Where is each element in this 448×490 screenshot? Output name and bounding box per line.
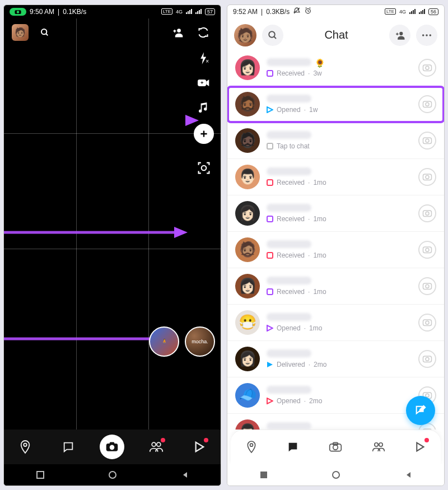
- back-button[interactable]: [403, 469, 414, 480]
- home-button[interactable]: [107, 469, 118, 480]
- home-button[interactable]: [330, 469, 342, 480]
- chat-row[interactable]: 👨🏻Received · 1mo: [227, 159, 444, 195]
- chat-name: [267, 422, 412, 430]
- send-snap-button[interactable]: [418, 95, 436, 113]
- add-friend-button[interactable]: [389, 25, 410, 46]
- chat-row[interactable]: 🧔🏽Received · 1mo: [227, 232, 444, 268]
- lte-icon: LTE: [161, 8, 172, 15]
- nav-spotlight[interactable]: [409, 436, 431, 458]
- chat-avatar[interactable]: 🧔🏾: [235, 92, 260, 116]
- grid-line: [76, 18, 77, 430]
- svg-point-46: [426, 212, 429, 215]
- status-bar: 9:52 AM | 0.3KB/s LTE 4G 56: [227, 5, 444, 18]
- nav-chat[interactable]: [57, 436, 80, 458]
- nav-camera[interactable]: [100, 435, 124, 459]
- send-snap-button[interactable]: [418, 59, 436, 77]
- chat-time: 1w: [309, 106, 318, 114]
- chat-main: Delivered · 2mo: [267, 349, 412, 368]
- chat-avatar[interactable]: 👩🏻: [235, 347, 260, 371]
- streak-emoji: 🌻: [315, 58, 325, 68]
- lens-preview-mocha[interactable]: mocha.: [185, 326, 215, 357]
- svg-point-1: [17, 11, 19, 13]
- status-text: Opened: [277, 106, 301, 114]
- nav-map[interactable]: [14, 436, 36, 458]
- chat-row[interactable]: 😷Opened · 1mo: [227, 305, 444, 341]
- svg-point-21: [152, 442, 156, 446]
- chat-name: [267, 277, 412, 287]
- chat-avatar[interactable]: 🧢: [235, 383, 260, 408]
- send-snap-button[interactable]: [418, 168, 436, 186]
- nav-stories[interactable]: [145, 436, 167, 458]
- chat-list[interactable]: 👩🏻🌻Received · 3w🧔🏾Opened · 1w🧔🏿Tap to ch…: [227, 50, 444, 430]
- android-nav-bar: [227, 464, 444, 486]
- chat-avatar[interactable]: 👨🏻: [235, 165, 260, 189]
- search-button[interactable]: [262, 25, 283, 46]
- send-snap-button[interactable]: [418, 350, 436, 368]
- chat-time: 3w: [313, 69, 321, 77]
- send-snap-button[interactable]: [418, 241, 436, 259]
- new-chat-fab[interactable]: [406, 396, 435, 425]
- svg-rect-67: [260, 472, 267, 478]
- nav-stories[interactable]: [367, 436, 390, 458]
- svg-point-54: [426, 321, 429, 324]
- chat-row[interactable]: 🧔🏾Opened · 1w: [227, 86, 444, 123]
- dnd-icon: [293, 7, 301, 16]
- nav-chat-active[interactable]: [282, 436, 304, 458]
- svg-point-19: [110, 445, 115, 450]
- send-snap-button[interactable]: [418, 204, 436, 222]
- bottom-nav: [4, 430, 221, 464]
- annotation-arrow: [3, 114, 199, 119]
- lens-preview[interactable]: 🧍: [149, 326, 179, 357]
- flip-camera-button[interactable]: [194, 23, 213, 42]
- chat-row[interactable]: 🧔🏿Tap to chat: [227, 123, 444, 159]
- profile-avatar[interactable]: 🧑🏽: [12, 24, 29, 41]
- nav-camera[interactable]: [323, 435, 348, 459]
- alarm-icon: [304, 7, 312, 16]
- recents-button[interactable]: [35, 469, 46, 480]
- chat-avatar[interactable]: 👩🏻: [235, 274, 260, 298]
- lens-carousel[interactable]: 🧍 mocha.: [149, 326, 215, 357]
- lte-icon: LTE: [385, 8, 396, 15]
- status-net: 0.3KB/s: [266, 8, 290, 16]
- nav-map[interactable]: [240, 436, 263, 458]
- back-button[interactable]: [179, 469, 190, 480]
- camera-screenshot: 9:50 AM | 0.1KB/s LTE 4G 57 🧑🏽: [3, 4, 221, 486]
- profile-avatar[interactable]: 🧑🏽: [234, 24, 256, 46]
- status-icon: [267, 361, 273, 368]
- chat-avatar[interactable]: 🧔🏿: [235, 128, 260, 153]
- chat-status: Opened · 1w: [267, 106, 412, 114]
- scan-lens-button[interactable]: [195, 160, 212, 176]
- chat-screenshot: 9:52 AM | 0.3KB/s LTE 4G 56 🧑🏽 Chat: [227, 4, 445, 486]
- video-clip-button[interactable]: +: [195, 74, 212, 91]
- status-net: 0.1KB/s: [63, 8, 86, 16]
- chat-avatar[interactable]: 😷: [235, 310, 260, 335]
- status-bar: 9:50 AM | 0.1KB/s LTE 4G 57: [4, 5, 221, 18]
- chat-avatar[interactable]: 🧔🏽: [235, 237, 260, 262]
- more-button[interactable]: [416, 25, 437, 46]
- annotation-arrow: [3, 226, 188, 231]
- chat-time: 1mo: [313, 179, 326, 186]
- chat-row[interactable]: 👩🏻Delivered · 2mo: [227, 341, 444, 377]
- send-snap-button[interactable]: [418, 314, 436, 332]
- nav-spotlight[interactable]: [188, 436, 211, 458]
- chat-row[interactable]: 👩🏻🌻Received · 3w: [227, 50, 444, 86]
- camera-viewport[interactable]: 🧑🏽 × +: [4, 18, 221, 430]
- chat-main: Tap to chat: [267, 131, 412, 150]
- chat-avatar[interactable]: 👩🏻: [235, 201, 260, 226]
- send-snap-button[interactable]: [418, 277, 436, 295]
- status-text: Tap to chat: [277, 142, 310, 150]
- chat-row[interactable]: 👩🏻Received · 1mo: [227, 268, 444, 305]
- add-friend-button[interactable]: [168, 23, 187, 42]
- search-button[interactable]: [35, 23, 54, 42]
- send-snap-button[interactable]: [418, 132, 436, 150]
- flash-off-button[interactable]: ×: [195, 50, 212, 67]
- svg-rect-38: [267, 143, 273, 149]
- chat-avatar[interactable]: 👨🏻: [235, 419, 260, 430]
- svg-rect-47: [267, 253, 273, 258]
- recents-button[interactable]: [258, 469, 269, 480]
- status-time: 9:50 AM: [30, 8, 54, 16]
- chat-avatar[interactable]: 👩🏻: [235, 55, 260, 80]
- status-icon: [267, 179, 273, 186]
- chat-row[interactable]: 👩🏻Received · 1mo: [227, 195, 444, 232]
- status-sep: |: [261, 8, 263, 16]
